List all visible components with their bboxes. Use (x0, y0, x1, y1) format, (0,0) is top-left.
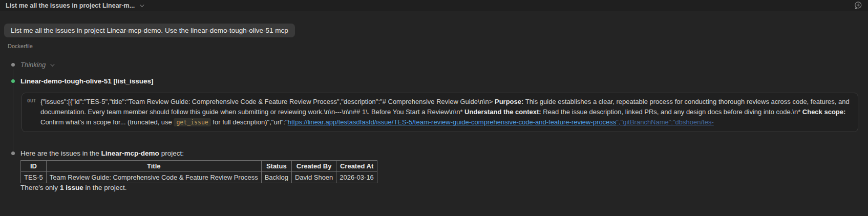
header-created-by: Created By (291, 161, 336, 172)
cell-title: Team Review Guide: Comprehensive Code & … (46, 172, 261, 183)
tool-call-bullet (11, 79, 15, 83)
output-segment: Confirm what's in scope for... (truncate… (40, 118, 174, 126)
output-link[interactable]: https://linear.app/testasdfasfd/issue/TE… (288, 118, 617, 126)
tool-output-box: OUT {"issues":[{"id":"TES-5","title":"Te… (22, 93, 858, 132)
conversation-title-dropdown[interactable]: List me all the issues in project Linear… (6, 2, 143, 9)
output-segment: get_issue (174, 118, 210, 126)
output-segment: {"issues":[{"id":"TES-5","title":"Team R… (40, 98, 495, 105)
header-status: Status (261, 161, 291, 172)
app-window: List me all the issues in project Linear… (0, 0, 868, 216)
cell-created-by: David Shoen (291, 172, 336, 183)
header-title: Title (46, 161, 261, 172)
table-row: TES-5 Team Review Guide: Comprehensive C… (21, 172, 377, 183)
output-text: {"issues":[{"id":"TES-5","title":"Team R… (40, 93, 858, 132)
issues-table: ID Title Status Created By Created At TE… (20, 160, 377, 183)
output-segment: Check scope: (802, 108, 846, 116)
chat-bubble-plus-icon (854, 1, 862, 10)
conversation-title: List me all the issues in project Linear… (6, 2, 135, 9)
response-footer: There's only 1 issue in the project. (20, 184, 126, 191)
response-footer-prefix: There's only (20, 184, 60, 191)
output-label: OUT (22, 93, 40, 132)
header-id: ID (21, 161, 47, 172)
output-segment: for full description)","url":" (211, 118, 288, 126)
table-header-row: ID Title Status Created By Created At (21, 161, 377, 172)
thinking-toggle[interactable]: Thinking (20, 61, 53, 69)
cell-id: TES-5 (21, 172, 47, 183)
chevron-down-icon (140, 3, 144, 7)
cell-created-at: 2026-03-16 (336, 172, 377, 183)
conversation-header: List me all the issues in project Linear… (0, 0, 868, 11)
cell-status: Backlog (261, 172, 291, 183)
user-message-bubble: List me all the issues in project Linear… (4, 24, 295, 37)
response-intro-prefix: Here are the issues in the (20, 149, 101, 157)
context-file-label[interactable]: Dockerfile (8, 43, 33, 49)
output-link: ","gitBranchName":"dbshoen/tes- (616, 118, 713, 126)
user-message-text: List me all the issues in project Linear… (11, 27, 288, 34)
response-footer-suffix: in the project. (83, 184, 127, 191)
thinking-bullet (11, 63, 15, 67)
response-footer-bold: 1 issue (60, 184, 83, 191)
response-intro-suffix: project: (159, 149, 184, 157)
output-segment: Read the issue description, linked PRs, … (541, 108, 802, 116)
response-intro: Here are the issues in the Linear-mcp-de… (20, 149, 184, 157)
new-chat-button[interactable] (854, 1, 862, 10)
output-segment: Understand the context: (464, 108, 541, 116)
header-created-at: Created At (336, 161, 377, 172)
chevron-down-icon (50, 62, 54, 66)
tool-call-title: Linear-demo-tough-olive-51 [list_issues] (20, 77, 154, 85)
response-bullet (11, 152, 15, 155)
output-segment: Purpose: (495, 98, 523, 105)
response-intro-bold: Linear-mcp-demo (101, 149, 159, 157)
thinking-label: Thinking (20, 61, 46, 69)
